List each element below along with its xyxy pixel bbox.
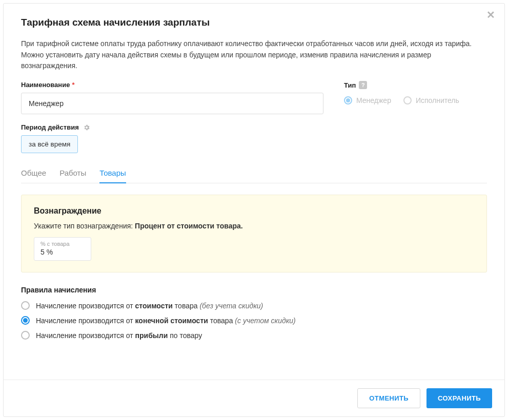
rule-option-profit[interactable]: Начисление производится от прибыли по то… xyxy=(21,331,487,340)
name-label-text: Наименование xyxy=(21,81,70,89)
rules-title: Правила начисления xyxy=(21,286,487,294)
close-icon[interactable]: ✕ xyxy=(486,10,495,20)
tab-general[interactable]: Общее xyxy=(21,164,46,183)
description-text: При тарифной системе оплаты труда работн… xyxy=(21,38,487,72)
percent-value: 5 % xyxy=(40,248,85,256)
reward-subtitle-bold: Процент от стоимости товара. xyxy=(135,222,243,230)
percent-box[interactable]: % с товара 5 % xyxy=(34,237,91,261)
reward-subtitle: Укажите тип вознаграждения: Процент от с… xyxy=(34,222,474,230)
tab-goods[interactable]: Товары xyxy=(99,164,126,183)
period-section: Период действия за всё время xyxy=(21,123,487,153)
rule-text: Начисление производится от конечной стои… xyxy=(36,317,296,325)
type-radio-performer-label: Исполнитель xyxy=(416,96,459,104)
cancel-button[interactable]: ОТМЕНИТЬ xyxy=(357,388,420,408)
tab-works[interactable]: Работы xyxy=(59,164,86,183)
modal-footer: ОТМЕНИТЬ СОХРАНИТЬ xyxy=(4,380,504,416)
type-label: Тип ? xyxy=(344,81,487,89)
rules-section: Правила начисления Начисление производит… xyxy=(21,286,487,340)
reward-box: Вознаграждение Укажите тип вознаграждени… xyxy=(21,195,487,272)
period-badge[interactable]: за всё время xyxy=(21,135,78,153)
required-star: * xyxy=(72,81,74,89)
period-label-text: Период действия xyxy=(21,123,79,131)
name-label: Наименование* xyxy=(21,81,323,89)
type-radio-performer[interactable]: Исполнитель xyxy=(403,96,459,104)
period-label: Период действия xyxy=(21,123,487,131)
type-field-group: Тип ? Менеджер Исполнитель xyxy=(344,81,487,114)
radio-icon xyxy=(403,96,412,104)
reward-title: Вознаграждение xyxy=(34,206,474,216)
radio-icon xyxy=(344,96,352,104)
modal-title: Тарифная схема начисления зарплаты xyxy=(21,17,487,28)
save-button[interactable]: СОХРАНИТЬ xyxy=(426,388,492,408)
radio-icon xyxy=(21,316,30,325)
gear-icon[interactable] xyxy=(83,124,90,131)
name-input[interactable] xyxy=(21,93,323,114)
rule-option-cost[interactable]: Начисление производится от стоимости тов… xyxy=(21,301,487,310)
reward-subtitle-prefix: Укажите тип вознаграждения: xyxy=(34,222,135,230)
tabs: Общее Работы Товары xyxy=(21,164,487,183)
type-radio-group: Менеджер Исполнитель xyxy=(344,96,487,104)
help-icon[interactable]: ? xyxy=(359,81,367,89)
type-label-text: Тип xyxy=(344,81,356,89)
radio-icon xyxy=(21,301,30,310)
rule-text: Начисление производится от стоимости тов… xyxy=(36,302,263,310)
percent-label: % с товара xyxy=(40,241,85,247)
rule-text: Начисление производится от прибыли по то… xyxy=(36,331,202,340)
type-radio-manager[interactable]: Менеджер xyxy=(344,96,391,104)
rule-option-final-cost[interactable]: Начисление производится от конечной стои… xyxy=(21,316,487,325)
modal-body: Тарифная схема начисления зарплаты При т… xyxy=(4,4,504,380)
name-field-group: Наименование* xyxy=(21,81,323,114)
type-radio-manager-label: Менеджер xyxy=(356,96,391,104)
form-row: Наименование* Тип ? Менеджер Исполнит xyxy=(21,81,487,114)
radio-icon xyxy=(21,331,30,340)
modal: ✕ Тарифная схема начисления зарплаты При… xyxy=(3,3,505,417)
